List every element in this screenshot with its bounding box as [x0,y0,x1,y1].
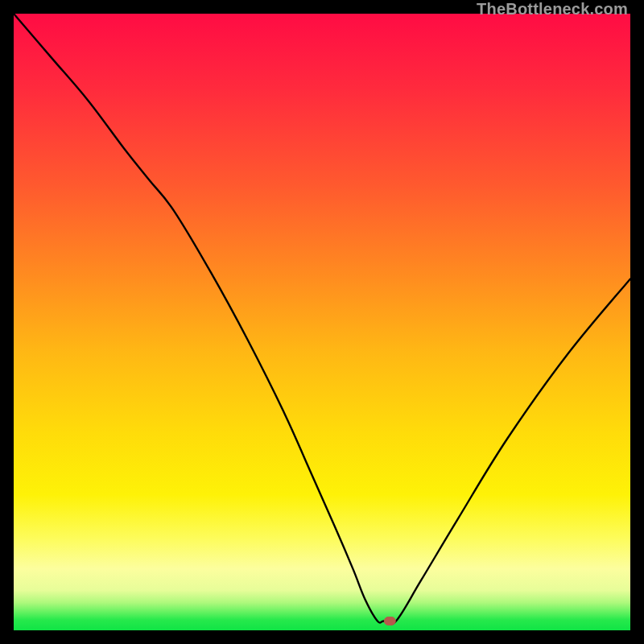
attribution-text: TheBottleneck.com [477,0,628,19]
curve-line [14,14,630,625]
chart-frame: TheBottleneck.com [0,0,644,644]
bottleneck-curve [14,14,630,630]
plot-area [14,14,630,630]
optimal-point-marker [384,617,395,625]
